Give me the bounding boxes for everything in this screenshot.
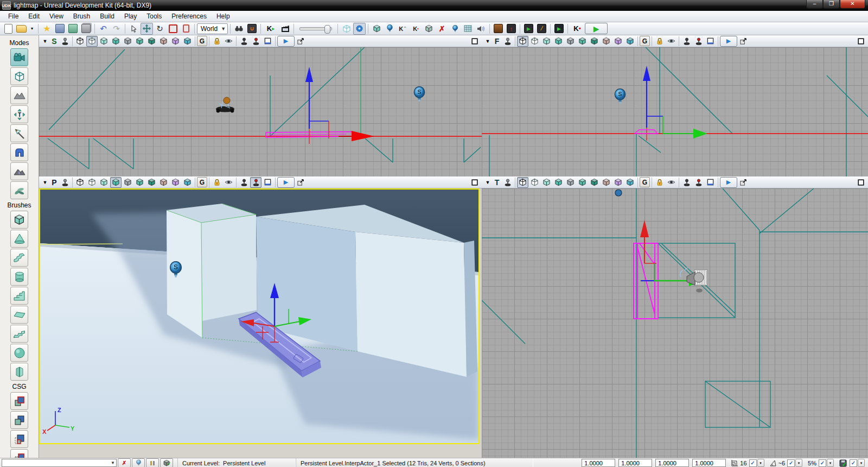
viewmode-detail-lighting-button[interactable]	[122, 36, 133, 47]
matinee-button[interactable]	[279, 23, 291, 35]
resize-viewport-icon[interactable]	[705, 177, 716, 188]
select-tool-button[interactable]	[127, 23, 140, 35]
popout-viewport-icon[interactable]	[738, 36, 749, 47]
light-toggle[interactable]	[384, 23, 396, 35]
save-all-button[interactable]	[67, 23, 79, 35]
squint-joystick-icon[interactable]	[693, 36, 704, 47]
viewmode-lit-button[interactable]	[553, 177, 564, 188]
squint-joystick-icon[interactable]	[693, 177, 704, 188]
viewport-side[interactable]: ▼ S G ▶	[39, 35, 482, 176]
viewmode-lightmap-density-button[interactable]	[624, 36, 636, 47]
favorites-star-icon[interactable]: ★	[41, 23, 53, 35]
possess-joystick-icon[interactable]	[238, 177, 250, 188]
viewmode-lit-button[interactable]	[110, 36, 122, 47]
game-view-button[interactable]: G	[197, 36, 207, 46]
far-plane-slider[interactable]	[299, 27, 332, 30]
kill-bsp-button[interactable]: ✗	[118, 458, 131, 467]
viewmode-brush-wireframe-button[interactable]	[86, 36, 98, 47]
rotation-grid-checkbox[interactable]: ✓	[787, 459, 795, 467]
show-flags-eye-icon[interactable]	[666, 177, 677, 188]
play-in-editor-button[interactable]: ▶	[585, 23, 608, 34]
scale-tool-button[interactable]	[167, 23, 179, 35]
maximize-joystick-icon[interactable]	[59, 177, 71, 188]
maximize-viewport-icon[interactable]	[855, 36, 866, 47]
status-combo[interactable]: ▼	[2, 459, 117, 467]
kismet-button[interactable]: K▸	[263, 23, 278, 35]
lock-viewport-icon[interactable]	[654, 36, 665, 47]
viewmode-shader-complexity-button[interactable]	[170, 177, 181, 188]
brush-clip-mode-button[interactable]	[10, 124, 28, 142]
undo-button[interactable]: ↶	[97, 23, 110, 35]
possess-joystick-icon[interactable]	[238, 36, 250, 47]
realtime-play-button[interactable]: ▶	[277, 36, 295, 47]
brush-polys-toggle[interactable]	[340, 23, 353, 35]
viewmode-shader-complexity-button[interactable]	[612, 36, 624, 47]
viewmode-light-complexity-button[interactable]	[589, 177, 600, 188]
brush-cylinder-button[interactable]	[10, 268, 28, 286]
autosave-dropdown[interactable]: ▾	[858, 459, 865, 467]
save-button[interactable]	[54, 23, 66, 35]
menu-file[interactable]: File	[3, 11, 23, 21]
viewport-options-dropdown[interactable]: ▼	[483, 177, 492, 188]
camera-mode-button[interactable]	[10, 48, 28, 66]
game-view-button[interactable]: G	[640, 177, 650, 187]
viewport-perspective[interactable]: ▼ P G ▶	[39, 176, 482, 458]
menu-preferences[interactable]: Preferences	[167, 11, 212, 21]
play-in-viewport-button[interactable]: ▶	[553, 23, 565, 35]
viewport-front[interactable]: ▼ F G ▶	[482, 35, 868, 176]
realtime-play-button[interactable]: ▶	[720, 36, 737, 47]
viewport-perspective-canvas[interactable]: S Z Y X	[39, 188, 480, 444]
viewport-options-dropdown[interactable]: ▼	[41, 36, 49, 47]
viewmode-light-complexity-button[interactable]	[589, 36, 600, 47]
maximize-joystick-icon[interactable]	[59, 36, 71, 47]
brush-curved-staircase-button[interactable]	[10, 249, 28, 267]
viewmode-texture-density-button[interactable]	[158, 177, 169, 188]
speaker-toggle[interactable]	[475, 23, 487, 35]
brush-volumetric-button[interactable]	[10, 363, 28, 381]
restore-button[interactable]: ❐	[823, 0, 840, 9]
viewmode-light-complexity-button[interactable]	[146, 177, 157, 188]
sounds-cube-toggle[interactable]	[423, 23, 435, 35]
scale-x-field[interactable]	[582, 459, 615, 467]
kismet-refs-left-toggle[interactable]: K⌃	[397, 23, 409, 35]
viewmode-unlit-button[interactable]	[541, 177, 552, 188]
game-view-button[interactable]: G	[197, 177, 207, 187]
viewmode-wireframe-button[interactable]	[517, 36, 528, 47]
scale-w-field[interactable]	[692, 459, 726, 467]
autosave-checkbox[interactable]: ✓	[850, 459, 857, 467]
open-map-button[interactable]	[15, 23, 28, 35]
viewmode-detail-lighting-button[interactable]	[122, 177, 133, 188]
viewmode-brush-wireframe-button[interactable]	[529, 36, 540, 47]
viewmode-lighting-only-button[interactable]	[577, 177, 588, 188]
game-view-button[interactable]: G	[640, 36, 650, 46]
scale-y-field[interactable]	[618, 459, 652, 467]
brush-spiral-staircase-button[interactable]	[10, 325, 28, 343]
viewmode-brush-wireframe-button[interactable]	[86, 177, 98, 188]
build-lighting-button[interactable]	[132, 458, 145, 467]
show-flags-eye-icon[interactable]	[666, 36, 677, 47]
maximize-viewport-icon[interactable]	[469, 36, 480, 47]
viewmode-brush-wireframe-button[interactable]	[529, 177, 540, 188]
popout-viewport-icon[interactable]	[295, 177, 307, 188]
drag-grid-dropdown[interactable]: ▾	[757, 459, 764, 467]
menu-view[interactable]: View	[44, 11, 68, 21]
brush-sphere-button[interactable]	[10, 344, 28, 362]
viewmode-wireframe-button[interactable]	[74, 36, 86, 47]
viewport-front-canvas[interactable]: S	[482, 47, 868, 176]
viewport-top-canvas[interactable]	[482, 188, 868, 458]
viewmode-lighting-only-button[interactable]	[577, 36, 588, 47]
squint-mode-toggle[interactable]	[462, 23, 474, 35]
viewmode-lighting-only-button[interactable]	[134, 177, 145, 188]
menu-brush[interactable]: Brush	[68, 11, 95, 21]
viewmode-lighting-only-button[interactable]	[134, 36, 145, 47]
kismet-debugger-button[interactable]: K•	[570, 23, 584, 35]
texture-align-mode-button[interactable]: T	[10, 105, 28, 123]
scale-nonuniform-tool-button[interactable]	[180, 23, 192, 35]
maximize-joystick-icon[interactable]	[502, 177, 513, 188]
scale-grid-dropdown[interactable]: ▾	[827, 459, 834, 467]
kismet-refs-right-toggle[interactable]: K•	[410, 23, 422, 35]
resize-viewport-icon[interactable]	[262, 36, 273, 47]
close-button[interactable]: ✕	[840, 0, 865, 9]
realtime-play-button[interactable]: ▶	[277, 177, 295, 188]
scale-grid-checkbox[interactable]: ✓	[819, 459, 826, 467]
